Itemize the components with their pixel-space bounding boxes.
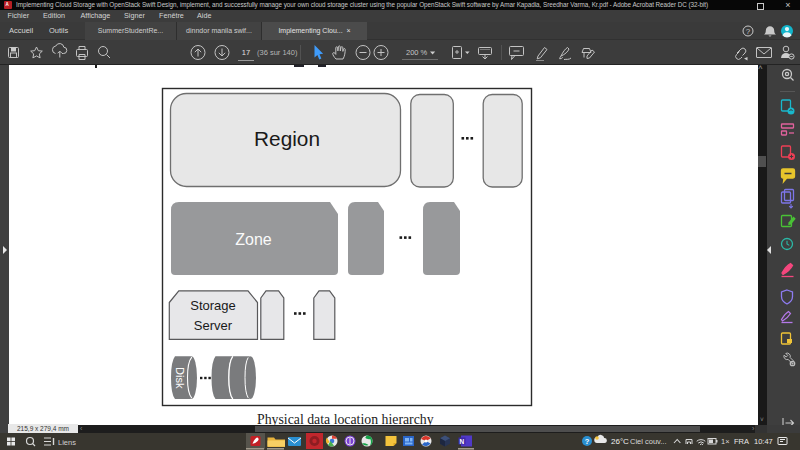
svg-text:N: N — [460, 438, 465, 445]
svg-text:?: ? — [746, 27, 751, 36]
svg-text:Disk: Disk — [174, 367, 186, 389]
svg-text:Ciel couv...: Ciel couv... — [630, 437, 667, 446]
svg-text:?: ? — [585, 437, 590, 446]
svg-text:Liens: Liens — [58, 438, 76, 447]
svg-text:26°C: 26°C — [611, 437, 629, 446]
svg-text:Server: Server — [194, 318, 233, 333]
svg-text:Zone: Zone — [235, 231, 272, 248]
svg-text:FRA: FRA — [734, 437, 749, 446]
svg-text:1×: 1× — [721, 437, 730, 446]
svg-text:Storage: Storage — [190, 298, 236, 313]
svg-text:Region: Region — [254, 127, 320, 150]
svg-text:10:47: 10:47 — [754, 437, 773, 446]
svg-text:Physical data location hierarc: Physical data location hierarchy — [257, 412, 434, 427]
